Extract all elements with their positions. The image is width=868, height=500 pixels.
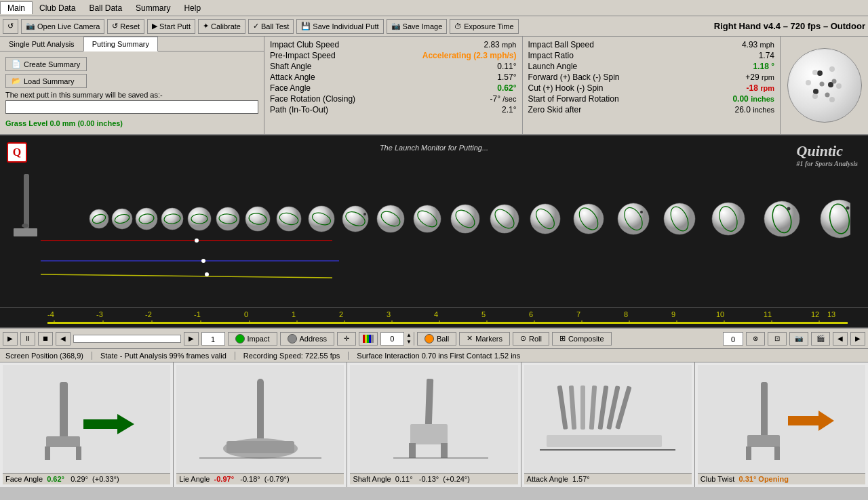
reset-button[interactable]: ↺ Reset [107, 19, 144, 34]
stop-button[interactable]: ⏹ [38, 332, 53, 346]
svg-marker-111 [83, 414, 134, 434]
menu-help[interactable]: Help [177, 2, 208, 14]
svg-rect-104 [367, 335, 369, 343]
next-nav-button[interactable]: ▶ [850, 332, 865, 346]
prev-frame-button[interactable]: ◀ [56, 332, 71, 346]
next-putt-input[interactable] [5, 100, 258, 114]
svg-point-45 [530, 204, 560, 234]
svg-rect-66 [47, 322, 848, 324]
icon-btn-4[interactable]: 🎬 [811, 332, 830, 346]
playback-bar: ▶ ⏸ ⏹ ◀ ▶ 1 Impact Address ✛ [0, 328, 868, 348]
timeline-slider[interactable] [73, 335, 181, 343]
prev-nav-button[interactable]: ◀ [833, 332, 848, 346]
svg-rect-118 [409, 443, 416, 458]
svg-point-7 [819, 82, 824, 87]
face-angle-label: Face Angle 0.62° 0.29° (+0.33°) [3, 473, 170, 484]
address-indicator [288, 334, 297, 343]
svg-line-12 [41, 274, 332, 278]
panel-face-angle: Face Angle 0.62° 0.29° (+0.33°) [0, 362, 174, 487]
start-icon: ▶ [152, 22, 157, 30]
stat-face-rotation: Face Rotation (Closing) -7° /sec [270, 93, 517, 104]
play-button[interactable]: ▶ [3, 332, 18, 346]
recording-speed: Recording Speed: 722.55 fps [243, 352, 349, 360]
lie-angle-label: Lie Angle -0.97° -0.18° (-0.79°) [176, 473, 344, 484]
frame-number: 1 [201, 332, 225, 346]
surface-info: Surface Interaction 0.70 ins First Conta… [357, 352, 528, 360]
svg-point-41 [451, 205, 479, 233]
impact-button[interactable]: Impact [228, 332, 277, 346]
svg-rect-132 [746, 446, 751, 460]
status-bar: Screen Position (368,9) State - Putt Ana… [0, 348, 868, 362]
markers-button[interactable]: ✕ Markers [459, 332, 510, 346]
load-summary-button[interactable]: 📂 Load Summary [5, 74, 87, 88]
menu-ball-data[interactable]: Ball Data [82, 2, 129, 14]
roll-icon: ⊙ [520, 334, 526, 343]
panel-lie-angle: Lie Angle -0.97° -0.18° (-0.79°) [174, 362, 347, 487]
ball-dimples [788, 49, 862, 123]
bottom-strip: Face Angle 0.62° 0.29° (+0.33°) [0, 362, 868, 487]
svg-rect-121 [557, 385, 568, 429]
ball-test-button[interactable]: ✓ Ball Test [248, 19, 294, 34]
calibrate-button[interactable]: ✦ Calibrate [198, 19, 245, 34]
svg-rect-63 [14, 228, 37, 236]
top-info-area: Single Putt Analysis Putting Summary 📄 C… [0, 37, 868, 135]
start-putt-button[interactable]: ▶ Start Putt [147, 19, 195, 34]
save-image-button[interactable]: 📷 Save Image [387, 19, 448, 34]
roll-button[interactable]: ⊙ Roll [513, 332, 549, 346]
version-info: Right Hand v4.4 – 720 fps – Outdoor [714, 21, 865, 31]
svg-marker-134 [788, 411, 834, 431]
tab-single-putt[interactable]: Single Putt Analysis [0, 37, 83, 51]
svg-point-2 [829, 66, 835, 72]
tab-bar: Single Putt Analysis Putting Summary [0, 37, 264, 51]
address-button[interactable]: Address [280, 332, 334, 346]
svg-rect-109 [45, 446, 50, 460]
menu-main[interactable]: Main [0, 1, 33, 14]
calibrate-icon: ✦ [203, 22, 209, 30]
svg-point-9 [825, 93, 829, 98]
lie-angle-svg [179, 375, 342, 463]
tab-putting-summary[interactable]: Putting Summary [83, 37, 158, 51]
attack-angle-image [524, 365, 692, 473]
svg-rect-102 [363, 335, 365, 343]
icon-btn-2[interactable]: ⊡ [768, 332, 787, 346]
state-info: State - Putt Analysis 99% frames valid [100, 352, 235, 360]
ball-button[interactable]: Ball [417, 332, 456, 346]
next-frame-button[interactable]: ▶ [184, 332, 199, 346]
svg-rect-106 [371, 335, 374, 343]
svg-point-59 [821, 200, 850, 238]
club-twist-label: Club Twist 0.31° Opening [698, 473, 865, 484]
panel-shaft-angle: Shaft Angle 0.11° -0.13° (+0.24°) [347, 362, 521, 487]
num-box-0[interactable]: 0 [723, 332, 743, 346]
svg-rect-129 [547, 435, 662, 447]
cross-button[interactable]: ✛ [337, 332, 356, 346]
exposure-button[interactable]: ⏱ Exposure Time [450, 19, 518, 34]
face-angle-svg [19, 375, 155, 463]
ball-track-svg [87, 192, 850, 246]
color-bars-button[interactable] [359, 332, 378, 346]
composite-icon: ⊞ [559, 334, 566, 343]
icon-btn-1[interactable]: ⊗ [746, 332, 765, 346]
stepper-down[interactable]: ▼ [404, 339, 414, 346]
composite-button[interactable]: ⊞ Composite [552, 332, 612, 346]
refresh-button[interactable]: ↺ [3, 19, 18, 34]
open-camera-button[interactable]: 📷 Open Live Camera [21, 19, 104, 34]
stat-launch-angle: Launch Angle 1.18 ° [528, 61, 775, 72]
lie-angle-image [176, 365, 344, 473]
icon-btn-3[interactable]: 📷 [789, 332, 808, 346]
color-bars-icon [363, 335, 374, 343]
svg-point-54 [712, 203, 745, 235]
panel-club-twist: Club Twist 0.31° Opening [695, 362, 868, 487]
panel-attack-angle: Attack Angle 1.57° [521, 362, 695, 487]
menu-club-data[interactable]: Club Data [33, 2, 82, 14]
menu-summary[interactable]: Summary [129, 2, 177, 14]
create-summary-button[interactable]: 📄 Create Summary [5, 57, 87, 71]
ball-indicator [425, 334, 434, 343]
camera-icon: 📷 [26, 22, 35, 30]
save-putt-button[interactable]: 💾 Save Individual Putt [296, 19, 383, 34]
toolbar: ↺ 📷 Open Live Camera ↺ Reset ▶ Start Put… [0, 16, 868, 37]
svg-text:12: 12 [811, 310, 819, 318]
stepper-up[interactable]: ▲ [404, 332, 414, 339]
stat-shaft-angle: Shaft Angle 0.11° [270, 61, 517, 72]
ball-image-area [780, 37, 868, 134]
pause-button[interactable]: ⏸ [20, 332, 35, 346]
